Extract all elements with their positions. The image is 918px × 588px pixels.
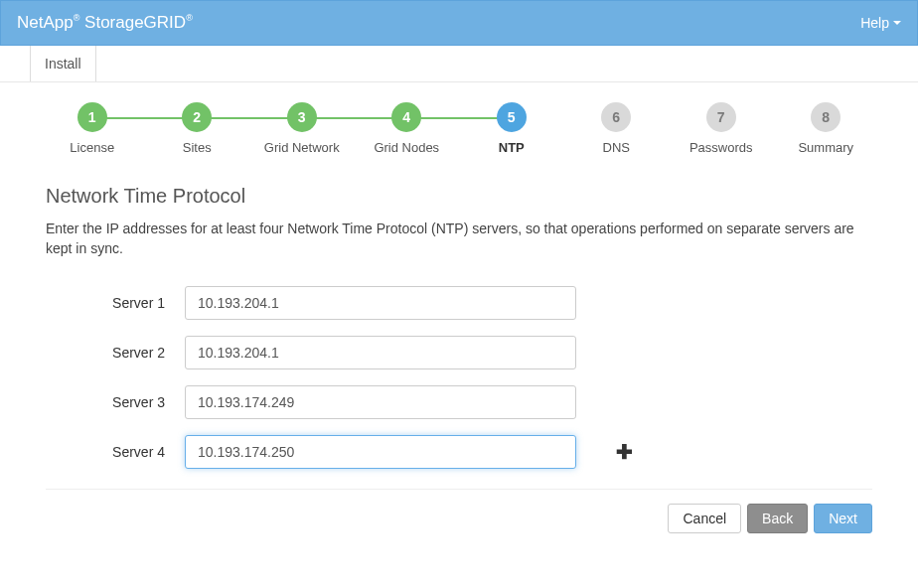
step-label: NTP — [499, 140, 525, 155]
reg-mark-icon: ® — [74, 13, 80, 23]
brand-suffix: StorageGRID — [84, 13, 186, 32]
chevron-down-icon — [893, 21, 901, 25]
wizard-step-dns[interactable]: 6DNS — [564, 102, 670, 155]
cancel-button[interactable]: Cancel — [668, 504, 741, 533]
help-label: Help — [860, 15, 889, 31]
server-input-4[interactable] — [185, 435, 576, 469]
server-row: Server 4✚ — [46, 435, 872, 469]
server-input-2[interactable] — [185, 336, 576, 369]
wizard-step-grid-nodes[interactable]: 4Grid Nodes — [355, 102, 460, 155]
step-circle: 7 — [706, 102, 736, 132]
wizard-step-license[interactable]: 1License — [40, 102, 145, 155]
server-label: Server 1 — [46, 295, 185, 311]
reg-mark-icon: ® — [186, 13, 193, 23]
brand: NetApp® StorageGRID® — [17, 13, 193, 33]
step-circle: 6 — [601, 102, 631, 132]
step-circle: 2 — [182, 102, 212, 132]
server-input-3[interactable] — [185, 385, 576, 419]
step-label: Sites — [183, 140, 212, 155]
server-form: Server 1Server 2Server 3Server 4✚ — [46, 286, 872, 469]
step-connector — [197, 117, 302, 119]
page-description: Enter the IP addresses for at least four… — [46, 220, 872, 258]
brand-prefix: NetApp — [17, 13, 74, 32]
step-circle: 5 — [497, 102, 527, 132]
step-circle: 8 — [811, 102, 841, 132]
wizard-steps: 1License2Sites3Grid Network4Grid Nodes5N… — [40, 102, 878, 155]
wizard-container: 1License2Sites3Grid Network4Grid Nodes5N… — [0, 82, 918, 553]
step-label: Grid Network — [264, 140, 340, 155]
breadcrumb-install[interactable]: Install — [30, 46, 96, 81]
page-content: Network Time Protocol Enter the IP addre… — [40, 185, 878, 469]
page-title: Network Time Protocol — [46, 185, 872, 208]
add-server-icon[interactable]: ✚ — [616, 442, 633, 462]
server-label: Server 4 — [46, 444, 185, 460]
next-button[interactable]: Next — [814, 504, 872, 533]
wizard-step-ntp[interactable]: 5NTP — [459, 102, 564, 155]
breadcrumb-bar: Install — [0, 46, 918, 82]
top-bar: NetApp® StorageGRID® Help — [0, 0, 918, 46]
step-label: DNS — [603, 140, 630, 155]
step-circle: 1 — [77, 102, 107, 132]
back-button[interactable]: Back — [747, 504, 808, 533]
server-input-1[interactable] — [185, 286, 576, 320]
server-row: Server 1 — [46, 286, 872, 320]
wizard-step-passwords[interactable]: 7Passwords — [669, 102, 774, 155]
wizard-step-grid-network[interactable]: 3Grid Network — [249, 102, 355, 155]
step-label: Summary — [798, 140, 853, 155]
wizard-step-sites[interactable]: 2Sites — [145, 102, 250, 155]
step-circle: 3 — [287, 102, 317, 132]
server-label: Server 2 — [46, 345, 185, 361]
step-connector — [406, 117, 512, 119]
wizard-step-summary[interactable]: 8Summary — [774, 102, 879, 155]
help-menu[interactable]: Help — [860, 15, 901, 31]
separator — [46, 489, 872, 490]
server-label: Server 3 — [46, 394, 185, 410]
footer-buttons: Cancel Back Next — [40, 504, 878, 553]
server-row: Server 3 — [46, 385, 872, 419]
step-label: Grid Nodes — [374, 140, 439, 155]
step-circle: 4 — [391, 102, 421, 132]
step-label: License — [70, 140, 114, 155]
step-label: Passwords — [689, 140, 753, 155]
server-row: Server 2 — [46, 336, 872, 369]
